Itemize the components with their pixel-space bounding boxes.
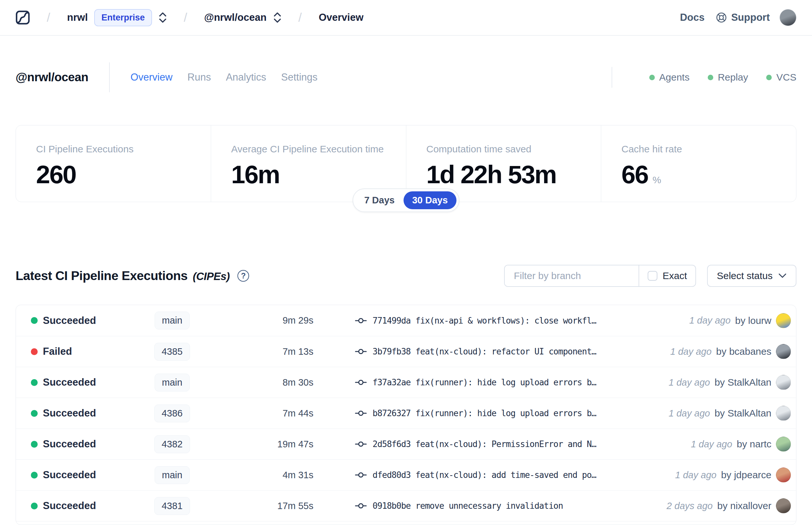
exact-toggle[interactable]: Exact: [639, 266, 695, 286]
cipe-table: Succeeded main 9m 29s 771499da fix(nx-ap…: [16, 305, 796, 525]
tab-settings[interactable]: Settings: [281, 72, 317, 83]
table-row[interactable]: Succeeded main 8m 30s f37a32ae fix(runne…: [16, 367, 796, 397]
status-select-dropdown[interactable]: Select status: [707, 265, 796, 287]
indicator-agents[interactable]: Agents: [649, 72, 690, 83]
duration-cell: 8m 30s: [210, 377, 313, 388]
tab-runs[interactable]: Runs: [187, 72, 211, 83]
duration-cell: 9m 29s: [210, 315, 313, 326]
author: by StalkAltan: [715, 408, 771, 419]
meta-cell: 2 days ago by nixallover: [667, 498, 796, 513]
cipes-filters: Exact Select status: [504, 265, 796, 287]
stat-label: CI Pipeline Executions: [36, 144, 211, 155]
tab-analytics[interactable]: Analytics: [226, 72, 266, 83]
git-commit-icon: [355, 407, 367, 419]
indicator-label: Replay: [718, 72, 748, 83]
branch-cell: 4385: [135, 343, 210, 361]
branch-cell: 4382: [135, 435, 210, 453]
status-label: Succeeded: [43, 407, 96, 419]
stat-value: 66: [621, 160, 648, 190]
indicator-label: Agents: [659, 72, 690, 83]
meta-cell: 1 day ago by nartc: [691, 437, 796, 452]
cipe-table-body: Succeeded main 9m 29s 771499da fix(nx-ap…: [16, 305, 796, 521]
breadcrumb-org[interactable]: nrwl: [67, 12, 88, 24]
stats-section: CI Pipeline Executions 260 Average CI Pi…: [16, 125, 796, 202]
workspace-chevron-up-down-icon[interactable]: [273, 12, 281, 24]
status-label: Succeeded: [43, 376, 96, 388]
breadcrumb-workspace[interactable]: @nrwl/ocean: [204, 12, 266, 24]
table-row[interactable]: Failed 4385 7m 13s 3b79fb38 feat(nx-clou…: [16, 336, 796, 367]
page-body: @nrwl/ocean Overview Runs Analytics Sett…: [0, 61, 812, 525]
author: by jdpearce: [721, 469, 771, 480]
commit-cell: dfed80d3 feat(nx-cloud): add time-saved …: [355, 469, 675, 481]
support-link[interactable]: Support: [716, 12, 770, 24]
author: by nixallover: [717, 500, 771, 511]
time-ago: 1 day ago: [675, 470, 717, 480]
avatar: [776, 437, 791, 452]
time-ago: 1 day ago: [689, 315, 731, 326]
cipes-title: Latest CI Pipeline Executions (CIPEs): [16, 269, 230, 283]
table-row[interactable]: Succeeded 4382 19m 47s 2d58f6d3 feat(nx-…: [16, 429, 796, 460]
commit-message: f37a32ae fix(runner): hide log upload er…: [372, 377, 596, 387]
duration-cell: 4m 31s: [210, 470, 313, 480]
nx-cloud-logo-icon[interactable]: [16, 10, 30, 25]
status-dot-icon: [31, 441, 38, 448]
org-chevron-up-down-icon[interactable]: [158, 12, 167, 24]
meta-cell: 1 day ago by StalkAltan: [669, 375, 796, 390]
git-commit-icon: [355, 469, 367, 481]
author: by nartc: [737, 439, 771, 450]
commit-cell: 771499da fix(nx-api & workflows): close …: [355, 315, 689, 327]
avatar: [776, 406, 791, 421]
docs-link[interactable]: Docs: [680, 12, 704, 24]
branch-cell: 4386: [135, 404, 210, 422]
period-toggle: 7 Days 30 Days: [352, 189, 459, 212]
branch-filter-input[interactable]: [505, 266, 639, 286]
commit-cell: 0918b0be remove unnecessary invalidation: [355, 500, 667, 512]
status-cell: Succeeded: [31, 438, 135, 450]
exact-checkbox[interactable]: [648, 271, 657, 281]
commit-message: b8726327 fix(runner): hide log upload er…: [372, 408, 596, 418]
commit-message: 3b79fb38 feat(nx-cloud): refactor UI com…: [372, 347, 596, 356]
indicator-label: VCS: [776, 72, 796, 83]
stat-value: 1d 22h 53m: [427, 160, 556, 190]
period-option-30-days[interactable]: 30 Days: [403, 191, 457, 209]
time-ago: 1 day ago: [670, 346, 711, 357]
workspace-tabs: Overview Runs Analytics Settings: [131, 72, 318, 83]
tab-overview[interactable]: Overview: [131, 72, 172, 83]
indicator-vcs[interactable]: VCS: [766, 72, 796, 83]
avatar: [776, 375, 791, 390]
top-navbar: / nrwl Enterprise / @nrwl/ocean / Overvi…: [0, 0, 812, 36]
commit-cell: 3b79fb38 feat(nx-cloud): refactor UI com…: [355, 346, 670, 357]
status-cell: Succeeded: [31, 469, 135, 481]
table-row[interactable]: Succeeded 4386 7m 44s b8726327 fix(runne…: [16, 397, 796, 429]
branch-filter-group: Exact: [504, 265, 696, 287]
status-dot-icon: [31, 379, 38, 386]
stat-value: 16m: [231, 160, 280, 190]
table-row-partial: [16, 521, 796, 524]
time-ago: 2 days ago: [667, 501, 713, 511]
question-mark-icon[interactable]: ?: [238, 270, 249, 282]
breadcrumb-page[interactable]: Overview: [319, 12, 364, 24]
table-row[interactable]: Succeeded 4381 17m 55s 0918b0be remove u…: [16, 490, 796, 521]
status-cell: Succeeded: [31, 500, 135, 512]
indicators-divider: [612, 67, 612, 88]
page-title: @nrwl/ocean: [16, 71, 88, 84]
status-label: Failed: [43, 346, 72, 357]
status-dot-icon: [31, 472, 38, 479]
enterprise-badge[interactable]: Enterprise: [94, 9, 152, 26]
period-option-7-days[interactable]: 7 Days: [355, 191, 403, 209]
branch-badge: 4386: [154, 404, 190, 422]
time-ago: 1 day ago: [669, 377, 710, 388]
table-row[interactable]: Succeeded main 9m 29s 771499da fix(nx-ap…: [16, 305, 796, 336]
user-avatar[interactable]: [780, 9, 796, 26]
status-dot-icon: [31, 502, 38, 509]
indicator-replay[interactable]: Replay: [708, 72, 748, 83]
table-row[interactable]: Succeeded main 4m 31s dfed80d3 feat(nx-c…: [16, 460, 796, 490]
breadcrumb-separator: /: [47, 11, 50, 25]
cipes-title-text: Latest CI Pipeline Executions: [16, 269, 187, 283]
status-dot-icon: [31, 410, 38, 417]
meta-cell: 1 day ago by jdpearce: [675, 467, 796, 482]
branch-badge: main: [155, 312, 190, 329]
meta-cell: 1 day ago by bcabanes: [670, 344, 796, 359]
commit-cell: b8726327 fix(runner): hide log upload er…: [355, 407, 669, 419]
status-indicators: Agents Replay VCS: [612, 67, 796, 88]
